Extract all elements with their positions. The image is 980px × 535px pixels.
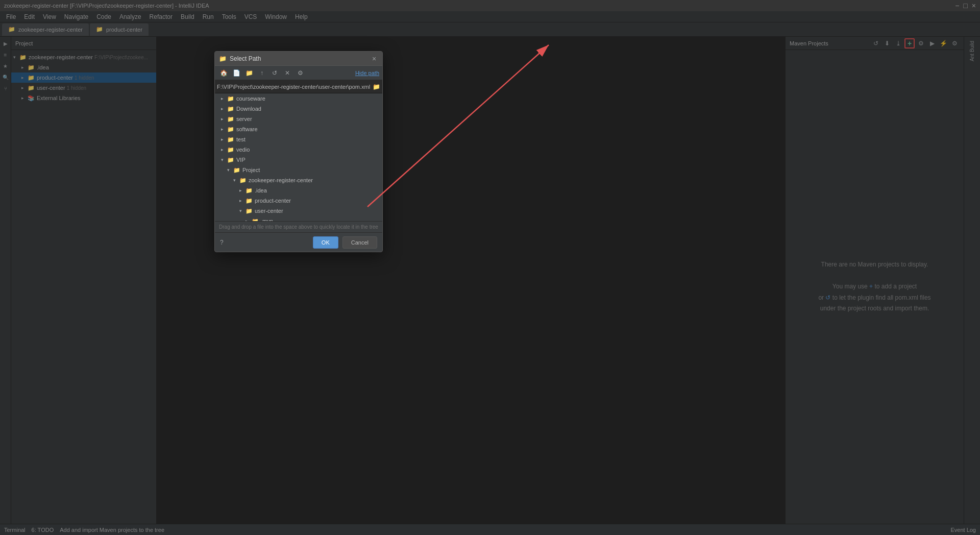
dialog-title-icon: 📁	[219, 55, 227, 62]
dialog-home-button[interactable]: 🏠	[218, 67, 229, 79]
dialog-title-bar: 📁 Select Path ×	[215, 52, 382, 66]
dtree-user-center[interactable]: ▾ 📁 user-center	[215, 206, 382, 216]
dtree-zkrc-idea[interactable]: ▸ 📁 .idea	[215, 185, 382, 196]
arrow: ▸	[239, 198, 246, 203]
arrow: ▾	[227, 167, 233, 173]
dtree-label: .idea	[255, 187, 267, 193]
arrow: ▸	[221, 147, 227, 152]
dtree-product-center[interactable]: ▸ 📁 product-center	[215, 196, 382, 206]
dtree-vip[interactable]: ▾ 📁 VIP	[215, 155, 382, 165]
dtree-courseware[interactable]: ▸ 📁 courseware	[215, 93, 382, 104]
drag-drop-text: Drag and drop a file into the space abov…	[219, 224, 378, 230]
dialog-title-left: 📁 Select Path	[219, 55, 261, 62]
folder-icon: 📁	[252, 218, 259, 222]
dialog-ok-button[interactable]: OK	[313, 236, 338, 249]
dtree-label: software	[236, 126, 258, 132]
dialog-newfile-button[interactable]: 📄	[231, 67, 242, 79]
hide-path-link[interactable]: Hide path	[355, 70, 379, 76]
dialog-cancel-button[interactable]: ✕	[282, 67, 293, 79]
folder-icon: 📁	[239, 177, 247, 184]
dtree-label: user-center	[255, 208, 283, 214]
arrow: ▾	[221, 157, 227, 162]
path-input-field[interactable]	[217, 84, 371, 90]
folder-icon: 📁	[227, 106, 234, 112]
arrow: ▸	[221, 106, 227, 111]
arrow: ▾	[239, 208, 246, 213]
dialog-cancel-button[interactable]: Cancel	[342, 236, 377, 249]
dtree-download[interactable]: ▸ 📁 Download	[215, 104, 382, 114]
modal-overlay	[0, 0, 980, 535]
dtree-software[interactable]: ▸ 📁 software	[215, 124, 382, 134]
dtree-label: VIP	[236, 157, 246, 163]
dtree-zkrc[interactable]: ▾ 📁 zookeeper-register-center	[215, 175, 382, 185]
folder-icon: 📁	[233, 167, 240, 174]
dtree-label: Download	[236, 106, 261, 112]
dialog-refresh-button[interactable]: ↺	[269, 67, 280, 79]
dialog-buttons: OK Cancel	[313, 236, 377, 249]
arrow: ▸	[221, 137, 227, 142]
folder-icon: 📁	[227, 157, 234, 163]
folder-icon: 📁	[227, 126, 234, 133]
dtree-project[interactable]: ▾ 📁 Project	[215, 165, 382, 175]
arrow: ▸	[246, 218, 252, 221]
arrow: ▸	[221, 96, 227, 101]
arrow: ▸	[239, 188, 246, 193]
dialog-title-text: Select Path	[230, 55, 261, 62]
dialog-toolbar: 🏠 📄 📁 ↑ ↺ ✕ ⚙ Hide path	[215, 66, 382, 80]
dialog-close-button[interactable]: ×	[370, 55, 378, 63]
dialog-newfolder-button[interactable]: 📁	[243, 67, 255, 79]
dtree-server[interactable]: ▸ 📁 server	[215, 114, 382, 124]
dialog-toolbar-left: 🏠 📄 📁 ↑ ↺ ✕ ⚙	[218, 67, 306, 79]
dialog-file-tree: ▸ 📁 courseware ▸ 📁 Download ▸ 📁 server ▸…	[215, 93, 382, 221]
dtree-label: courseware	[236, 95, 265, 102]
arrow: ▾	[233, 178, 239, 183]
drag-drop-hint: Drag and drop a file into the space abov…	[215, 221, 382, 232]
folder-icon: 📁	[227, 116, 234, 123]
path-folder-icon: 📁	[373, 83, 380, 90]
dtree-label: Project	[242, 167, 260, 173]
dtree-label: server	[236, 116, 252, 122]
arrow: ▸	[221, 127, 227, 132]
dialog-up-button[interactable]: ↑	[256, 67, 267, 79]
dtree-vedio[interactable]: ▸ 📁 vedio	[215, 144, 382, 155]
dtree-label: .mvn	[261, 218, 273, 221]
dialog-footer: ? OK Cancel	[215, 232, 382, 252]
dialog-help-icon[interactable]: ?	[220, 239, 224, 246]
dialog-toggle-button[interactable]: ⚙	[295, 67, 306, 79]
select-path-dialog: 📁 Select Path × 🏠 📄 📁 ↑ ↺ ✕ ⚙ Hide path …	[214, 51, 383, 252]
dtree-label: test	[236, 136, 246, 142]
dtree-test[interactable]: ▸ 📁 test	[215, 134, 382, 144]
dtree-label: zookeeper-register-center	[249, 177, 313, 183]
folder-icon: 📁	[246, 198, 253, 204]
folder-icon: 📁	[246, 187, 253, 194]
folder-icon: 📁	[227, 136, 234, 143]
dtree-label: vedio	[236, 147, 250, 153]
dtree-mvn[interactable]: ▸ 📁 .mvn	[215, 216, 382, 221]
path-input-bar: 📁	[215, 80, 382, 93]
arrow: ▸	[221, 116, 227, 121]
folder-icon: 📁	[227, 147, 234, 153]
folder-icon: 📁	[246, 208, 253, 214]
folder-icon: 📁	[227, 95, 234, 102]
dtree-label: product-center	[255, 198, 291, 204]
